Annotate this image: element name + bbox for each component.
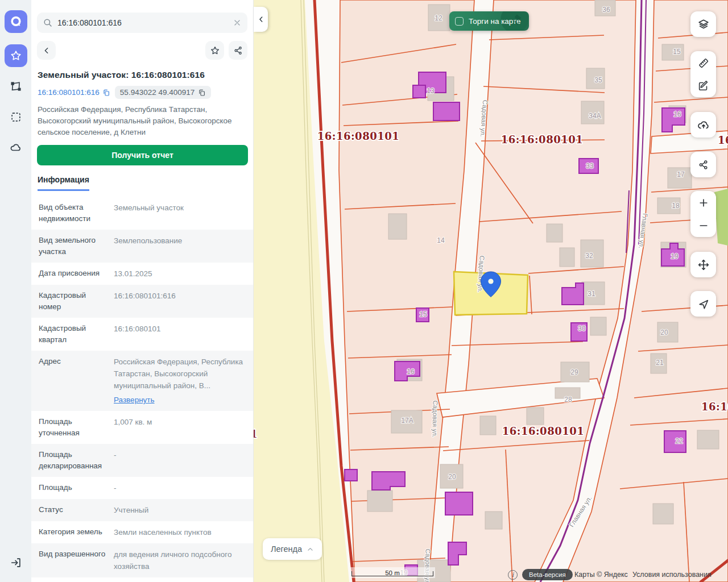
search-input[interactable] bbox=[57, 18, 233, 27]
info-row-label: Площадь bbox=[39, 482, 114, 494]
share-map-button[interactable] bbox=[690, 152, 716, 177]
logo-icon bbox=[9, 15, 23, 28]
share-button[interactable] bbox=[229, 41, 247, 60]
info-row-label: Статус bbox=[39, 504, 114, 516]
parcel-number-label: 33 bbox=[586, 162, 594, 170]
info-row-label: Площадь декларированная bbox=[39, 449, 114, 472]
parcel-number-label: 30 bbox=[578, 325, 586, 332]
star-icon bbox=[10, 49, 22, 62]
logout-button[interactable] bbox=[5, 551, 27, 574]
parcel-number-label: 17А bbox=[401, 417, 413, 425]
info-row-label: Дата присвоения bbox=[39, 268, 114, 280]
info-row: АдресРоссийская Федерация, Республика Та… bbox=[31, 351, 253, 411]
favorite-button[interactable] bbox=[205, 41, 224, 60]
info-rows: Вид объекта недвижимостиЗемельный участо… bbox=[31, 197, 253, 577]
copy-cadnumber-icon[interactable] bbox=[102, 89, 110, 97]
locate-me-button[interactable] bbox=[690, 291, 716, 317]
sidebar-item-favorites[interactable] bbox=[5, 44, 27, 67]
info-row-label: Кадастровый номер bbox=[39, 290, 114, 313]
parcel-number-label: 28 bbox=[564, 396, 572, 404]
info-row-value: Российская Федерация, Республика Татарст… bbox=[114, 356, 245, 406]
parcel-number-label: 15 bbox=[419, 310, 427, 318]
layers-button[interactable] bbox=[690, 11, 716, 37]
coordinates-chip: 55.943022 49.400917 bbox=[115, 86, 211, 99]
clear-search-icon[interactable] bbox=[233, 18, 242, 27]
polygon-icon bbox=[10, 80, 22, 93]
zoom-controls bbox=[690, 191, 716, 237]
upload-button[interactable] bbox=[690, 112, 716, 138]
cadastral-map[interactable]: 16:16:08010116:16:08010116:16:08010116:1… bbox=[254, 0, 728, 582]
info-icon[interactable]: i bbox=[508, 570, 518, 580]
page-title: Земельный участок: 16:16:080101:616 bbox=[38, 70, 247, 80]
info-row: Площадь- bbox=[31, 477, 253, 499]
search-icon bbox=[43, 18, 53, 28]
parcel-number-label: 18 bbox=[672, 202, 680, 210]
parcel-number-label: 14 bbox=[437, 236, 445, 244]
legend-button[interactable]: Легенда bbox=[263, 538, 322, 560]
measure-draw-group bbox=[690, 51, 716, 97]
get-report-button[interactable]: Получить отчет bbox=[37, 145, 248, 165]
info-row-value: 1,007 кв. м bbox=[114, 416, 245, 439]
scale-label: 50 m bbox=[385, 569, 400, 578]
parcel-number-label: 16 bbox=[673, 110, 681, 118]
info-row-value: Землепользование bbox=[114, 235, 245, 257]
parcel-blocks bbox=[339, 0, 728, 582]
trades-checkbox[interactable] bbox=[455, 17, 464, 26]
layers-icon bbox=[697, 18, 710, 31]
tabs: Информация bbox=[38, 174, 247, 191]
beta-badge: Beta-версия bbox=[522, 569, 573, 580]
zoom-in-button[interactable] bbox=[690, 192, 716, 214]
pan-mode-button[interactable] bbox=[690, 252, 716, 277]
parcel-number-label: 20 bbox=[448, 473, 456, 481]
terms-link[interactable]: Условия использования bbox=[632, 571, 712, 579]
parcel-number-label: 34А bbox=[589, 112, 601, 120]
info-row-label: Площадь уточненная bbox=[39, 416, 114, 439]
info-row-label: Кадастровый квартал bbox=[39, 323, 114, 346]
quarter-label: 16:16:080101 bbox=[317, 130, 400, 142]
edit-icon bbox=[697, 80, 710, 92]
chevron-up-icon bbox=[307, 546, 314, 553]
expand-address-link[interactable]: Развернуть bbox=[114, 394, 155, 406]
parcel-number-label: 12 bbox=[435, 14, 442, 22]
info-row-value: 16:16:080101 bbox=[114, 323, 245, 346]
info-row-label: Вид объекта недвижимости bbox=[39, 202, 114, 225]
trades-on-map-toggle[interactable]: Торги на карте bbox=[449, 11, 529, 31]
cadastral-number-text: 16:16:080101:616 bbox=[38, 88, 100, 97]
parcel-number-label: 13 bbox=[427, 87, 435, 95]
sidebar-item-polygon-tool[interactable] bbox=[5, 75, 27, 98]
app-logo[interactable] bbox=[5, 10, 27, 33]
star-outline-icon bbox=[210, 45, 220, 56]
tab-information[interactable]: Информация bbox=[38, 175, 89, 191]
sidebar-item-cloud[interactable] bbox=[5, 136, 27, 159]
info-row: Кадастровый номер16:16:080101:616 bbox=[31, 285, 253, 318]
cadastral-number-link[interactable]: 16:16:080101:616 bbox=[38, 88, 110, 97]
measure-button[interactable] bbox=[690, 52, 716, 74]
info-row-value: для ведения личного подсобного хозяйства bbox=[114, 548, 245, 572]
info-row: Кадастровый квартал16:16:080101 bbox=[31, 318, 253, 351]
icon-rail bbox=[0, 0, 31, 582]
object-toolbar bbox=[37, 41, 247, 60]
chevron-left-icon bbox=[257, 15, 265, 23]
address-summary: Российская Федерация, Республика Татарст… bbox=[38, 104, 248, 138]
parcel-number-label: 20 bbox=[660, 329, 668, 336]
draw-button[interactable] bbox=[690, 74, 716, 97]
parcel-number-label: 22 bbox=[675, 437, 683, 445]
map-area[interactable]: 16:16:08010116:16:08010116:16:08010116:1… bbox=[254, 0, 728, 582]
cloud-upload-icon bbox=[697, 118, 710, 132]
sidebar-item-area-select[interactable] bbox=[5, 106, 27, 128]
quarter-label: 16:16:080101 bbox=[701, 401, 728, 413]
minus-icon bbox=[698, 220, 709, 231]
copy-coordinates-icon[interactable] bbox=[198, 89, 206, 97]
zoom-out-button[interactable] bbox=[690, 214, 716, 237]
info-row-value: 16:16:080101:616 bbox=[114, 290, 245, 313]
parcel-number-label: 19 bbox=[671, 252, 679, 260]
info-row: СтатусУчтенный bbox=[31, 499, 253, 521]
plus-icon bbox=[698, 197, 709, 209]
chevron-left-icon bbox=[42, 46, 51, 55]
parcel-number-label: 35 bbox=[594, 76, 602, 84]
gavel-icon bbox=[510, 14, 524, 28]
back-button[interactable] bbox=[37, 41, 56, 60]
exit-icon bbox=[10, 556, 22, 569]
panel-collapse-button[interactable] bbox=[254, 7, 268, 32]
move-icon bbox=[697, 259, 710, 271]
